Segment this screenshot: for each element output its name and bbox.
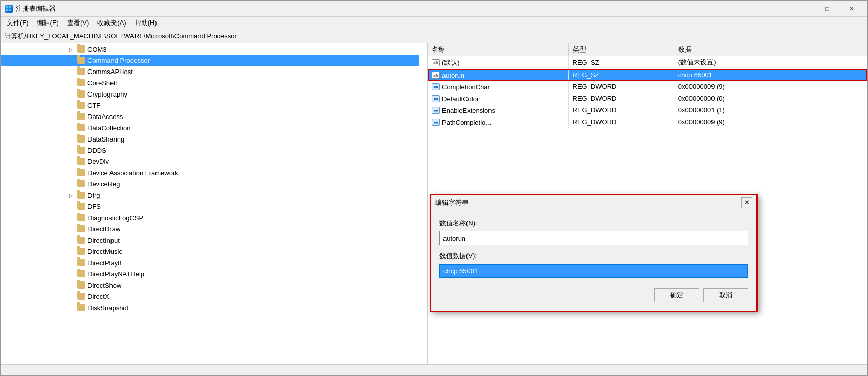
tree-panel-inner: ▷ COM3 Command Processor — [1, 43, 419, 313]
dialog-close-button[interactable]: ✕ — [741, 197, 752, 208]
menu-edit[interactable]: 编辑(E) — [33, 17, 63, 29]
tree-item-label-coreshell: CoreShell — [87, 79, 117, 87]
expand-arrow-coreshell — [67, 79, 75, 87]
reg-type-default: REG_SZ — [568, 56, 674, 69]
tree-item-directplay8[interactable]: DirectPlay8 — [1, 257, 419, 268]
folder-icon-dfs — [77, 203, 85, 210]
menu-bar: 文件(F) 编辑(E) 查看(V) 收藏夹(A) 帮助(H) — [1, 17, 867, 29]
expand-arrow-directshow — [67, 281, 75, 289]
tree-item-directshow[interactable]: DirectShow — [1, 279, 419, 291]
tree-item-devdiv[interactable]: DevDiv — [1, 156, 419, 167]
tree-item-command-processor[interactable]: Command Processor — [1, 55, 419, 66]
expand-arrow-cmd — [67, 56, 75, 64]
tree-item-dataaccess[interactable]: DataAccess — [1, 111, 419, 122]
tree-item-dfs[interactable]: DFS — [1, 201, 419, 212]
tree-item-coreshell[interactable]: CoreShell — [1, 77, 419, 88]
folder-icon-com3 — [77, 45, 85, 53]
registry-row-default[interactable]: ab (默认) REG_SZ (数值未设置) — [428, 56, 867, 69]
expand-arrow-ddds — [67, 146, 75, 154]
folder-icon-ddds — [77, 147, 85, 154]
tree-item-label-dataaccess: DataAccess — [87, 113, 123, 121]
expand-arrow-datacollection — [67, 124, 75, 132]
reg-data-autorun: chcp 65001 — [674, 69, 867, 81]
tree-item-label-dfs: DFS — [87, 203, 101, 210]
menu-file[interactable]: 文件(F) — [3, 17, 33, 29]
folder-icon-devassoc — [77, 169, 85, 176]
svg-rect-2 — [6, 9, 8, 11]
edit-string-dialog: 编辑字符串 ✕ 数值名称(N): 数值数据(V): 确定 取消 — [430, 194, 758, 312]
minimize-button[interactable]: ─ — [791, 1, 814, 17]
tree-item-ctf[interactable]: CTF — [1, 100, 419, 111]
dialog-cancel-button[interactable]: 取消 — [703, 288, 748, 302]
tree-item-cryptography[interactable]: Cryptography — [1, 88, 419, 100]
tree-item-devassoc[interactable]: Device Association Framework — [1, 167, 419, 178]
expand-arrow-directplay8 — [67, 258, 75, 267]
tree-item-directmusic[interactable]: DirectMusic — [1, 246, 419, 257]
tree-item-directplaynat[interactable]: DirectPlayNATHelp — [1, 268, 419, 279]
expand-arrow-comms — [67, 67, 75, 76]
dialog-data-input[interactable] — [439, 264, 748, 278]
tree-item-label-directinput: DirectInput — [87, 237, 120, 244]
tree-item-com3[interactable]: ▷ COM3 — [1, 43, 419, 55]
tree-item-label-ctf: CTF — [87, 102, 100, 109]
expand-arrow-devicereg — [67, 180, 75, 188]
close-button[interactable]: ✕ — [840, 1, 863, 17]
folder-icon-coreshell — [77, 79, 85, 86]
tree-item-directinput[interactable]: DirectInput — [1, 234, 419, 246]
tree-item-diaglog[interactable]: DiagnosticLogCSP — [1, 212, 419, 223]
expand-arrow-devdiv — [67, 157, 75, 166]
expand-arrow-devassoc — [67, 169, 75, 177]
tree-item-label-devicereg: DeviceReg — [87, 180, 120, 188]
tree-item-label-crypto: Cryptography — [87, 90, 127, 98]
registry-editor-window: 注册表编辑器 ─ □ ✕ 文件(F) 编辑(E) 查看(V) 收藏夹(A) 帮助… — [0, 0, 868, 376]
reg-type-defaultcolor: REG_DWORD — [568, 92, 674, 104]
tree-panel[interactable]: ▷ COM3 Command Processor — [1, 43, 428, 364]
tree-item-directdraw[interactable]: DirectDraw — [1, 223, 419, 234]
folder-icon-comms — [77, 68, 85, 75]
registry-row-defaultcolor[interactable]: ■■ DefaultColor REG_DWORD 0x00000000 (0) — [428, 92, 867, 104]
registry-row-completionchar[interactable]: ■■ CompletionChar REG_DWORD 0x00000009 (… — [428, 81, 867, 92]
tree-item-disksnapshot[interactable]: DiskSnapshot — [1, 302, 419, 313]
reg-icon-defaultcolor: ■■ DefaultColor — [432, 95, 479, 103]
reg-name-autorun: ab autorun — [428, 69, 568, 81]
tree-item-datacollection[interactable]: DataCollection — [1, 122, 419, 133]
tree-item-label-directplay8: DirectPlay8 — [87, 259, 121, 267]
tree-item-ddds[interactable]: DDDS — [1, 145, 419, 156]
tree-item-datasharing[interactable]: DataSharing — [1, 133, 419, 145]
reg-data-defaultcolor: 0x00000000 (0) — [674, 92, 867, 104]
registry-row-pathcompletion[interactable]: ■■ PathCompletio... REG_DWORD 0x00000009… — [428, 116, 867, 128]
expand-arrow-crypto — [67, 90, 75, 98]
registry-row-autorun[interactable]: ab autorun REG_SZ chcp 65001 — [428, 69, 867, 81]
expand-arrow-directplaynat — [67, 270, 75, 278]
tree-item-directx[interactable]: DirectX — [1, 291, 419, 302]
col-header-type: 类型 — [568, 43, 674, 56]
expand-arrow-disksnapshot — [67, 303, 75, 312]
folder-icon-directdraw — [77, 225, 85, 232]
dialog-ok-button[interactable]: 确定 — [654, 288, 699, 302]
main-content: ▷ COM3 Command Processor — [1, 43, 867, 364]
tree-item-label-com3: COM3 — [87, 45, 107, 53]
tree-item-dfrg[interactable]: ▷ Dfrg — [1, 190, 419, 201]
folder-icon-cmd — [77, 57, 85, 64]
menu-help[interactable]: 帮助(H) — [130, 17, 161, 29]
tree-item-commsaphost[interactable]: CommsAPHost — [1, 66, 419, 77]
folder-icon-dfrg — [77, 192, 85, 199]
folder-icon-datacollection — [77, 124, 85, 131]
reg-data-enableext: 0x00000001 (1) — [674, 104, 867, 116]
reg-type-icon-pathcompletion: ■■ — [432, 119, 440, 126]
maximize-button[interactable]: □ — [815, 1, 839, 17]
folder-icon-devicereg — [77, 180, 85, 187]
dialog-name-input[interactable] — [439, 231, 748, 245]
status-bar — [1, 364, 867, 375]
tree-item-label-directx: DirectX — [87, 293, 109, 300]
reg-type-completionchar: REG_DWORD — [568, 81, 674, 92]
folder-icon-directshow — [77, 281, 85, 289]
menu-view[interactable]: 查看(V) — [63, 17, 93, 29]
folder-icon-directplaynat — [77, 270, 85, 277]
menu-favorites[interactable]: 收藏夹(A) — [93, 17, 130, 29]
tree-item-devicereg[interactable]: DeviceReg — [1, 178, 419, 190]
reg-type-icon-default: ab — [432, 59, 440, 66]
registry-row-enableext[interactable]: ■■ EnableExtensions REG_DWORD 0x00000001… — [428, 104, 867, 116]
reg-type-icon-autorun: ab — [432, 72, 440, 79]
folder-icon-directx — [77, 293, 85, 300]
